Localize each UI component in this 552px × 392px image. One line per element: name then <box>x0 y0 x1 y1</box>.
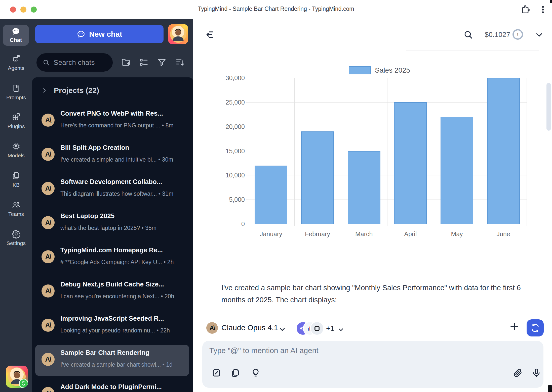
regenerate-button[interactable] <box>527 319 544 336</box>
chat-title: Software Development Collabo... <box>60 178 186 186</box>
anthropic-logo-avatar: A\ <box>42 114 55 127</box>
chat-list-item[interactable]: A\Sample Bar Chart RenderingI've created… <box>35 345 189 376</box>
chat-preview-and-time: # **Google Ads Campaign: API Key U... • … <box>60 259 187 266</box>
sidebar-item-kb[interactable]: KB <box>0 168 32 191</box>
plugins-chevron-down-icon[interactable] <box>337 326 345 333</box>
chat-title: Sample Bar Chart Rendering <box>60 349 186 357</box>
x-tick-label: February <box>296 230 339 238</box>
more-plugins-count[interactable]: +1 <box>326 324 334 333</box>
sidebar-item-label: Chat <box>10 37 22 43</box>
gridline <box>434 78 434 226</box>
legend-label: Sales 2025 <box>375 66 410 74</box>
sidebar-item-chat[interactable]: Chat <box>3 25 29 46</box>
chart-legend[interactable]: Sales 2025 <box>349 66 410 74</box>
paperclip-icon[interactable] <box>513 368 523 378</box>
sidebar-item-plugins[interactable]: Plugins <box>0 109 32 132</box>
sidebar-item-label: Settings <box>7 240 26 246</box>
main-content: $0.1027 ! Sales 2025 05,00010,00015,0002… <box>193 19 552 392</box>
multi-select-list-icon[interactable] <box>139 57 149 67</box>
sidebar-item-teams[interactable]: Teams <box>0 197 32 220</box>
gridline <box>246 102 527 103</box>
sidebar-item-agents[interactable]: Agents <box>0 51 32 74</box>
workspace-user-avatar[interactable] <box>6 366 28 388</box>
sidebar-item-settings[interactable]: Settings <box>0 226 32 249</box>
new-chat-button[interactable]: New chat <box>35 25 164 43</box>
balance-warning-icon[interactable]: ! <box>512 29 523 40</box>
microphone-icon[interactable] <box>531 368 541 378</box>
pages-copy-icon[interactable] <box>230 368 241 378</box>
gridline <box>387 78 387 226</box>
chevron-down-icon[interactable] <box>534 30 544 40</box>
lightbulb-icon[interactable] <box>251 368 261 378</box>
sidebar-item-label: Plugins <box>8 123 25 129</box>
canvas-edit-icon[interactable] <box>211 368 221 378</box>
vertical-scrollbar-thumb[interactable] <box>546 83 551 131</box>
browser-extensions-icon[interactable] <box>520 5 530 15</box>
y-tick-label: 20,000 <box>203 123 245 130</box>
chat-list-item[interactable]: A\Convert PNG to WebP with Res...Here's … <box>35 106 189 137</box>
y-tick-label: 5,000 <box>203 196 245 203</box>
chat-list-item[interactable]: A\Improving JavaScript Seeded R...Lookin… <box>35 311 189 342</box>
gridline <box>246 200 527 200</box>
anthropic-logo-avatar: A\ <box>42 284 55 298</box>
sidebar-item-prompts[interactable]: Prompts <box>0 80 32 104</box>
bar-may <box>441 117 473 224</box>
bar-june <box>487 78 520 224</box>
sidebar-item-label: KB <box>13 182 20 188</box>
search-chats-input[interactable]: Search chats <box>36 53 113 72</box>
model-selector[interactable]: Claude Opus 4.1 <box>221 323 278 332</box>
chat-preview-and-time: I've created a simple and intuitive bi..… <box>60 156 187 163</box>
user-avatar[interactable] <box>168 24 188 44</box>
sidebar-item-label: Agents <box>8 65 24 71</box>
message-composer[interactable]: Type "@" to mention an AI agent <box>202 341 543 388</box>
gridline <box>246 151 527 151</box>
chat-preview-and-time: Here's the command for PNG output ... • … <box>60 122 187 129</box>
chat-title: Best Laptop 2025 <box>60 212 186 220</box>
chat-title: Improving JavaScript Seeded R... <box>60 315 186 322</box>
chevron-right-icon <box>41 87 47 93</box>
chat-preview-and-time: I can see you're encountering a Next... … <box>60 293 187 300</box>
model-avatar-anthropic[interactable]: A\ <box>206 322 218 334</box>
chat-bubble-icon <box>11 27 20 36</box>
search-chats-placeholder: Search chats <box>54 59 95 67</box>
window-titlebar: TypingMind - Sample Bar Chart Rendering … <box>0 0 552 19</box>
new-chat-label: New chat <box>89 30 122 38</box>
sidebar-item-models[interactable]: Models <box>0 138 32 162</box>
chat-list-item[interactable]: A\Debug Next.js Build Cache Size...I can… <box>35 276 189 308</box>
anthropic-logo-avatar: A\ <box>42 353 55 366</box>
message-top-divider <box>406 51 539 51</box>
chat-list-item[interactable]: A\Add Dark Mode to PluginPermi... <box>35 379 189 392</box>
chat-list-item[interactable]: A\Bill Split App CreationI've created a … <box>35 140 189 171</box>
sidebar-item-label: Models <box>8 153 25 159</box>
x-tick-label: May <box>436 230 478 238</box>
chat-preview-and-time: Looking at your pseudo-random nu... • 22… <box>60 327 187 334</box>
chat-list-item[interactable]: A\Best Laptop 2025what's the best laptop… <box>35 208 189 239</box>
y-tick-label: 10,000 <box>203 172 245 179</box>
gridline <box>341 78 341 226</box>
chat-preview-and-time: This diagram illustrates how softwar... … <box>60 190 187 197</box>
chat-list-item[interactable]: A\TypingMind.com Homepage Re...# **Googl… <box>35 242 189 273</box>
bar-february <box>301 131 334 224</box>
anthropic-logo-avatar: A\ <box>42 250 55 263</box>
bar-january <box>255 166 287 224</box>
chat-list-item[interactable]: A\Software Development Collabo...This di… <box>35 174 189 205</box>
y-tick-label: 15,000 <box>203 148 245 155</box>
chat-preview-and-time: what's the best laptop in 2025? • 35m <box>60 225 187 231</box>
composer-placeholder: Type "@" to mention an AI agent <box>209 346 319 355</box>
bar-april <box>394 102 427 224</box>
new-folder-icon[interactable] <box>121 57 131 67</box>
anthropic-logo-avatar: A\ <box>42 319 55 332</box>
projects-folder-toggle[interactable]: Projects (22) <box>38 84 99 96</box>
sidebar-item-label: Teams <box>8 211 24 217</box>
filter-funnel-icon[interactable] <box>157 57 167 67</box>
plugin-frame-icon[interactable] <box>310 321 324 335</box>
sort-descending-icon[interactable] <box>175 57 185 67</box>
browser-menu-kebab-icon[interactable] <box>538 5 548 15</box>
add-attachment-plus-icon[interactable] <box>509 321 520 332</box>
sidebar-item-label: Prompts <box>6 94 26 101</box>
projects-label: Projects (22) <box>54 86 99 95</box>
search-conversation-icon[interactable] <box>463 30 473 40</box>
model-chevron-down-icon[interactable] <box>278 325 286 333</box>
collapse-sidebar-icon[interactable] <box>205 30 215 40</box>
credit-balance[interactable]: $0.1027 <box>480 31 510 39</box>
